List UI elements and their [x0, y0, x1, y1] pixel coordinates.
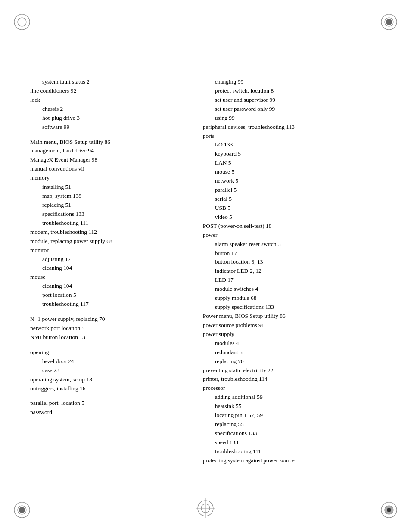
content-area: system fault status 2line conditioners 9…	[30, 26, 381, 506]
index-entry: supply module 68	[203, 294, 381, 303]
index-entry: USB 5	[203, 204, 381, 213]
index-entry: set user and supervisor 99	[203, 96, 381, 105]
index-entry: network port location 5	[30, 324, 194, 333]
index-entry: video 5	[203, 213, 381, 222]
index-entry: adding additional 59	[203, 393, 381, 402]
index-entry: software 99	[30, 123, 194, 132]
index-entry: line conditioners 92	[30, 87, 194, 96]
index-entry: keyboard 5	[203, 149, 381, 159]
index-entry: troubleshooting 111	[203, 447, 381, 456]
index-entry: outriggers, installing 16	[30, 384, 194, 393]
corner-mark-br	[379, 500, 399, 520]
index-entry: redundant 5	[203, 348, 381, 357]
index-entry: opening	[30, 348, 194, 357]
index-entry: manual conventions vii	[30, 165, 194, 174]
index-entry: case 23	[30, 366, 194, 375]
index-entry: parallel 5	[203, 186, 381, 195]
index-entry: parallel port, location 5	[30, 399, 194, 408]
index-entry: replacing 70	[203, 357, 381, 366]
index-entry: map, system 138	[30, 192, 194, 201]
spacer	[30, 393, 194, 399]
index-entry: protecting system against power source	[203, 456, 381, 465]
center-bottom-mark	[196, 498, 215, 520]
spacer	[30, 342, 194, 348]
index-entry: memory	[30, 174, 194, 183]
index-entry: serial 5	[203, 195, 381, 204]
index-entry: module, replacing power supply 68	[30, 237, 194, 246]
index-entry: power supply	[203, 330, 381, 339]
index-entry: troubleshooting 111	[30, 219, 194, 228]
index-entry: NMI button location 13	[30, 333, 194, 342]
index-entry: password	[30, 408, 194, 417]
index-entry: chassis 2	[30, 105, 194, 114]
index-entry: printer, troubleshooting 114	[203, 375, 381, 384]
index-entry: port location 5	[30, 291, 194, 300]
index-entry: LAN 5	[203, 159, 381, 168]
corner-mark-tr	[379, 12, 399, 32]
corner-mark-tl	[12, 12, 32, 32]
index-entry: mouse 5	[203, 168, 381, 177]
index-entry: processor	[203, 384, 381, 393]
index-entry: network 5	[203, 177, 381, 186]
index-entry: locating pin 1 57, 59	[203, 411, 381, 420]
index-entry: management, hard drive 94	[30, 146, 194, 156]
spacer	[30, 309, 194, 315]
index-entry: hot-plug drive 3	[30, 114, 194, 123]
index-entry: indicator LED 2, 12	[203, 267, 381, 276]
spacer	[30, 132, 194, 138]
index-entry: Power menu, BIOS Setup utility 86	[203, 312, 381, 321]
index-entry: specifications 133	[30, 210, 194, 219]
index-entry: POST (power-on self-test) 18	[203, 222, 381, 231]
index-entry: power source problems 91	[203, 321, 381, 330]
index-entry: installing 51	[30, 183, 194, 192]
index-entry: monitor	[30, 246, 194, 255]
index-entry: bezel door 24	[30, 357, 194, 366]
index-entry: heatsink 55	[203, 402, 381, 411]
index-entry: replacing 51	[30, 201, 194, 210]
index-entry: adjusting 17	[30, 255, 194, 264]
index-entry: set user password only 99	[203, 105, 381, 114]
index-entry: mouse	[30, 273, 194, 282]
index-entry: modem, troubleshooting 112	[30, 228, 194, 237]
index-entry: replacing 55	[203, 420, 381, 429]
index-entry: ManageX Event Manager 98	[30, 156, 194, 165]
index-entry: Main menu, BIOS Setup utility 86	[30, 138, 194, 147]
right-column: changing 99protect switch, location 8set…	[199, 78, 381, 506]
index-entry: power	[203, 231, 381, 240]
svg-point-13	[19, 507, 25, 513]
index-entry: peripheral devices, troubleshooting 113	[203, 123, 381, 132]
index-entry: protect switch, location 8	[203, 87, 381, 96]
index-entry: changing 99	[203, 78, 381, 87]
index-entry: supply specifications 133	[203, 303, 381, 312]
index-entry: speed 133	[203, 438, 381, 447]
svg-point-19	[387, 508, 391, 512]
index-entry: using 99	[203, 114, 381, 123]
index-entry: N+1 power supply, replacing 70	[30, 315, 194, 324]
page: system fault status 2line conditioners 9…	[0, 0, 411, 532]
index-entry: button location 3, 13	[203, 258, 381, 267]
index-entry: troubleshooting 117	[30, 300, 194, 309]
index-entry: LED 17	[203, 276, 381, 285]
index-entry: modules 4	[203, 339, 381, 348]
index-entry: cleaning 104	[30, 282, 194, 291]
index-entry: cleaning 104	[30, 264, 194, 273]
index-entry: specifications 133	[203, 429, 381, 438]
index-entry: I/O 133	[203, 140, 381, 149]
index-entry: button 17	[203, 249, 381, 258]
svg-point-8	[386, 19, 392, 25]
index-entry: ports	[203, 132, 381, 141]
index-entry: operating system, setup 18	[30, 375, 194, 384]
index-entry: module switches 4	[203, 285, 381, 294]
corner-mark-bl	[12, 500, 32, 520]
index-entry: preventing static electricity 22	[203, 366, 381, 375]
index-entry: system fault status 2	[30, 78, 194, 87]
left-column: system fault status 2line conditioners 9…	[30, 78, 199, 506]
index-entry: lock	[30, 96, 194, 105]
index-entry: alarm speaker reset switch 3	[203, 240, 381, 249]
